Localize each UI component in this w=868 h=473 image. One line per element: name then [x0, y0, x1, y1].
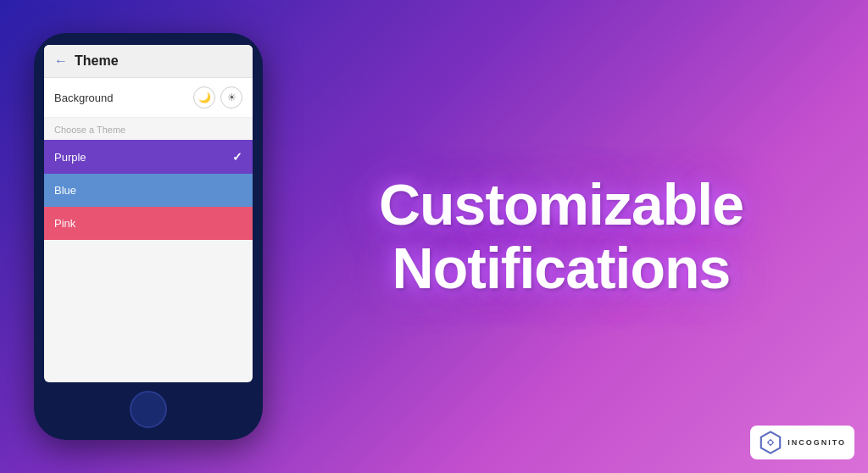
heading-line2: Notifications [392, 236, 731, 300]
theme-option-blue[interactable]: Blue [44, 174, 253, 207]
sun-icon-button[interactable]: ☀ [220, 86, 242, 109]
phone-header: ← Theme [44, 45, 253, 78]
home-button[interactable] [130, 391, 167, 428]
selected-check-icon: ✓ [232, 150, 242, 164]
svg-point-1 [769, 441, 772, 444]
background-row: Background 🌙 ☀ [44, 78, 253, 118]
main-content: Customizable Notifications [263, 156, 868, 317]
moon-icon-button[interactable]: 🌙 [193, 86, 215, 109]
blue-label: Blue [54, 184, 76, 197]
theme-option-purple[interactable]: Purple ✓ [44, 140, 253, 174]
phone-screen-title: Theme [75, 53, 119, 69]
phone-frame: ← Theme Background 🌙 ☀ Choose a Theme Pu… [34, 33, 263, 440]
theme-toggle-icons: 🌙 ☀ [193, 86, 242, 109]
pink-label: Pink [54, 217, 75, 230]
phone-mockup: ← Theme Background 🌙 ☀ Choose a Theme Pu… [34, 33, 263, 440]
logo-icon [759, 431, 782, 454]
choose-theme-label: Choose a Theme [44, 118, 253, 140]
phone-screen: ← Theme Background 🌙 ☀ Choose a Theme Pu… [44, 45, 253, 382]
main-heading: Customizable Notifications [379, 173, 743, 300]
logo-container: INCOGNITO [750, 426, 854, 459]
logo-text: INCOGNITO [787, 438, 846, 447]
background-label: Background [54, 92, 113, 104]
theme-option-pink[interactable]: Pink [44, 207, 253, 240]
purple-label: Purple [54, 151, 86, 164]
back-arrow-icon[interactable]: ← [54, 53, 68, 69]
heading-line1: Customizable [379, 172, 743, 236]
